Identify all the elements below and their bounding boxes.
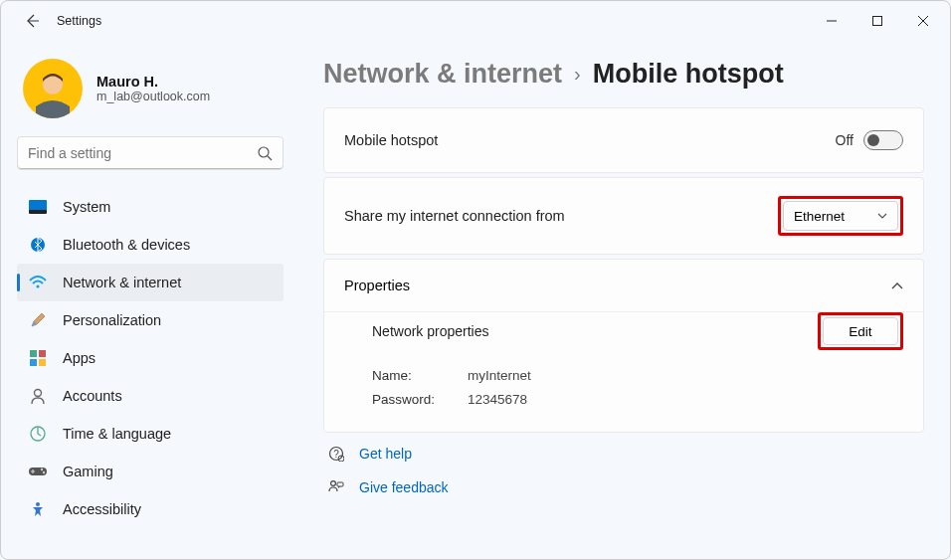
- name-label: Name:: [372, 364, 468, 388]
- sidebar-item-network[interactable]: Network & internet: [17, 264, 284, 301]
- hotspot-toggle-label: Mobile hotspot: [344, 132, 836, 148]
- chevron-up-icon: [891, 282, 903, 290]
- sidebar-item-label: Apps: [63, 350, 95, 366]
- search-box[interactable]: [17, 136, 284, 170]
- apps-icon: [29, 349, 47, 367]
- back-button[interactable]: [21, 10, 43, 32]
- bluetooth-icon: [29, 236, 47, 254]
- svg-point-2: [259, 147, 269, 157]
- person-icon: [29, 387, 47, 405]
- search-input[interactable]: [28, 145, 258, 161]
- network-properties-label: Network properties: [372, 323, 818, 339]
- search-icon: [258, 146, 273, 161]
- breadcrumb-parent[interactable]: Network & internet: [323, 59, 562, 90]
- edit-button[interactable]: Edit: [823, 317, 898, 345]
- chevron-down-icon: [877, 213, 887, 219]
- sidebar-item-time-language[interactable]: Time & language: [17, 415, 284, 453]
- svg-point-15: [43, 471, 45, 473]
- sidebar-item-gaming[interactable]: Gaming: [17, 453, 284, 490]
- main-content: Network & internet › Mobile hotspot Mobi…: [299, 41, 950, 559]
- sidebar-item-label: System: [63, 199, 110, 215]
- display-icon: [29, 198, 47, 216]
- accessibility-icon: [29, 500, 47, 518]
- gaming-icon: [29, 463, 47, 480]
- sidebar-item-label: Network & internet: [63, 275, 181, 290]
- sidebar-item-label: Bluetooth & devices: [63, 237, 190, 253]
- sidebar-item-bluetooth[interactable]: Bluetooth & devices: [17, 226, 284, 264]
- dropdown-value: Ethernet: [794, 209, 845, 224]
- minimize-icon: [827, 16, 837, 26]
- svg-rect-0: [873, 17, 882, 26]
- help-icon: ?: [327, 445, 345, 463]
- feedback-icon: [327, 478, 345, 496]
- hotspot-toggle[interactable]: [863, 130, 903, 150]
- sidebar-item-label: Time & language: [63, 426, 171, 442]
- breadcrumb: Network & internet › Mobile hotspot: [323, 59, 924, 90]
- sidebar: Mauro H. m_lab@outlook.com System Blueto…: [1, 41, 299, 559]
- name-value: myInternet: [468, 364, 531, 388]
- close-button[interactable]: [900, 5, 946, 37]
- svg-rect-10: [39, 359, 46, 366]
- arrow-left-icon: [24, 13, 40, 29]
- give-feedback-link[interactable]: Give feedback: [323, 470, 924, 504]
- avatar: [23, 59, 83, 118]
- user-profile[interactable]: Mauro H. m_lab@outlook.com: [17, 51, 284, 136]
- hotspot-toggle-state: Off: [836, 132, 854, 148]
- sidebar-item-label: Gaming: [63, 464, 113, 479]
- svg-point-20: [331, 481, 336, 486]
- sidebar-item-personalization[interactable]: Personalization: [17, 301, 284, 339]
- highlight-box: Edit: [818, 312, 903, 350]
- window-title: Settings: [57, 14, 101, 28]
- sidebar-item-accounts[interactable]: Accounts: [17, 377, 284, 415]
- close-icon: [918, 16, 928, 26]
- svg-point-6: [36, 284, 39, 287]
- properties-title: Properties: [344, 278, 410, 293]
- svg-point-16: [36, 502, 40, 506]
- svg-point-14: [41, 468, 43, 470]
- get-help-link[interactable]: ? Get help: [323, 437, 924, 470]
- svg-rect-9: [30, 359, 37, 366]
- sidebar-item-label: Accounts: [63, 388, 122, 404]
- svg-rect-21: [337, 482, 343, 486]
- maximize-icon: [872, 16, 882, 26]
- chevron-right-icon: ›: [574, 63, 581, 86]
- svg-rect-7: [30, 350, 37, 357]
- svg-point-11: [35, 390, 42, 397]
- sidebar-item-label: Personalization: [63, 312, 161, 328]
- wifi-icon: [29, 274, 47, 291]
- maximize-button[interactable]: [855, 5, 900, 37]
- svg-rect-4: [29, 210, 47, 214]
- sidebar-item-system[interactable]: System: [17, 188, 284, 226]
- sidebar-item-label: Accessibility: [63, 501, 141, 517]
- globe-clock-icon: [29, 425, 47, 443]
- minimize-button[interactable]: [809, 5, 855, 37]
- sidebar-item-apps[interactable]: Apps: [17, 339, 284, 377]
- user-email: m_lab@outlook.com: [96, 90, 210, 103]
- password-label: Password:: [372, 388, 468, 412]
- share-from-dropdown[interactable]: Ethernet: [783, 201, 898, 231]
- password-value: 12345678: [468, 388, 527, 412]
- paintbrush-icon: [29, 311, 47, 329]
- page-title: Mobile hotspot: [593, 59, 784, 90]
- share-from-label: Share my internet connection from: [344, 208, 778, 224]
- sidebar-item-accessibility[interactable]: Accessibility: [17, 490, 284, 528]
- user-name: Mauro H.: [96, 74, 210, 90]
- highlight-box: Ethernet: [778, 196, 903, 236]
- collapse-properties[interactable]: [891, 278, 903, 293]
- svg-rect-8: [39, 350, 46, 357]
